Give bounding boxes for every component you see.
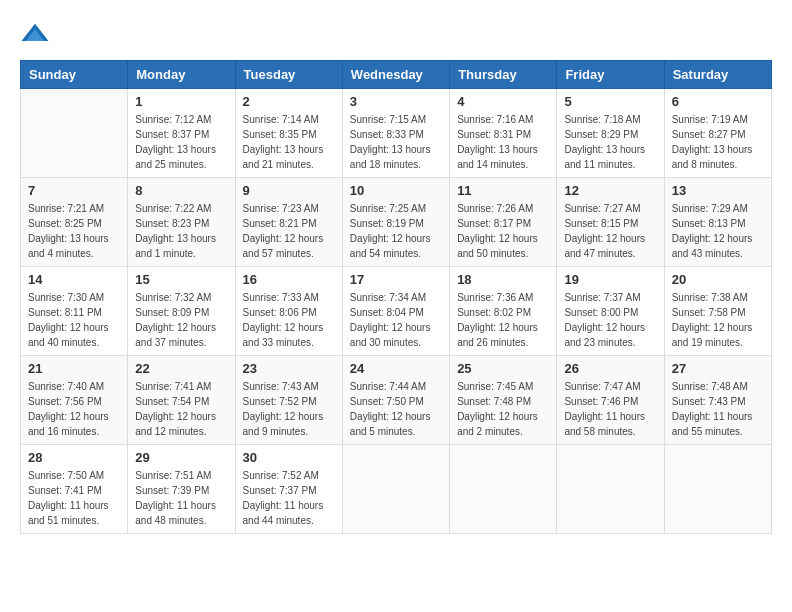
- calendar-cell: 6Sunrise: 7:19 AMSunset: 8:27 PMDaylight…: [664, 89, 771, 178]
- day-info: Sunrise: 7:30 AMSunset: 8:11 PMDaylight:…: [28, 290, 120, 350]
- day-number: 1: [135, 94, 227, 109]
- calendar-cell: 25Sunrise: 7:45 AMSunset: 7:48 PMDayligh…: [450, 356, 557, 445]
- calendar-cell: [21, 89, 128, 178]
- day-info: Sunrise: 7:26 AMSunset: 8:17 PMDaylight:…: [457, 201, 549, 261]
- day-number: 9: [243, 183, 335, 198]
- calendar-header-friday: Friday: [557, 61, 664, 89]
- calendar-cell: 22Sunrise: 7:41 AMSunset: 7:54 PMDayligh…: [128, 356, 235, 445]
- day-info: Sunrise: 7:15 AMSunset: 8:33 PMDaylight:…: [350, 112, 442, 172]
- calendar-cell: 3Sunrise: 7:15 AMSunset: 8:33 PMDaylight…: [342, 89, 449, 178]
- logo-icon: [20, 20, 50, 50]
- day-number: 27: [672, 361, 764, 376]
- page-header: [20, 20, 772, 50]
- calendar-cell: 21Sunrise: 7:40 AMSunset: 7:56 PMDayligh…: [21, 356, 128, 445]
- calendar-cell: 27Sunrise: 7:48 AMSunset: 7:43 PMDayligh…: [664, 356, 771, 445]
- day-number: 21: [28, 361, 120, 376]
- day-number: 28: [28, 450, 120, 465]
- day-info: Sunrise: 7:23 AMSunset: 8:21 PMDaylight:…: [243, 201, 335, 261]
- calendar-cell: 12Sunrise: 7:27 AMSunset: 8:15 PMDayligh…: [557, 178, 664, 267]
- calendar-cell: 19Sunrise: 7:37 AMSunset: 8:00 PMDayligh…: [557, 267, 664, 356]
- calendar-cell: 10Sunrise: 7:25 AMSunset: 8:19 PMDayligh…: [342, 178, 449, 267]
- day-number: 15: [135, 272, 227, 287]
- day-info: Sunrise: 7:33 AMSunset: 8:06 PMDaylight:…: [243, 290, 335, 350]
- calendar-week-row: 28Sunrise: 7:50 AMSunset: 7:41 PMDayligh…: [21, 445, 772, 534]
- day-number: 23: [243, 361, 335, 376]
- day-info: Sunrise: 7:47 AMSunset: 7:46 PMDaylight:…: [564, 379, 656, 439]
- calendar-week-row: 14Sunrise: 7:30 AMSunset: 8:11 PMDayligh…: [21, 267, 772, 356]
- day-number: 22: [135, 361, 227, 376]
- day-info: Sunrise: 7:29 AMSunset: 8:13 PMDaylight:…: [672, 201, 764, 261]
- calendar-cell: 29Sunrise: 7:51 AMSunset: 7:39 PMDayligh…: [128, 445, 235, 534]
- day-number: 19: [564, 272, 656, 287]
- day-number: 16: [243, 272, 335, 287]
- day-number: 6: [672, 94, 764, 109]
- day-number: 24: [350, 361, 442, 376]
- calendar-cell: 8Sunrise: 7:22 AMSunset: 8:23 PMDaylight…: [128, 178, 235, 267]
- day-info: Sunrise: 7:21 AMSunset: 8:25 PMDaylight:…: [28, 201, 120, 261]
- day-number: 10: [350, 183, 442, 198]
- calendar-cell: 15Sunrise: 7:32 AMSunset: 8:09 PMDayligh…: [128, 267, 235, 356]
- calendar-header-saturday: Saturday: [664, 61, 771, 89]
- day-info: Sunrise: 7:18 AMSunset: 8:29 PMDaylight:…: [564, 112, 656, 172]
- day-info: Sunrise: 7:50 AMSunset: 7:41 PMDaylight:…: [28, 468, 120, 528]
- day-number: 11: [457, 183, 549, 198]
- calendar-header-monday: Monday: [128, 61, 235, 89]
- day-info: Sunrise: 7:48 AMSunset: 7:43 PMDaylight:…: [672, 379, 764, 439]
- calendar-cell: [342, 445, 449, 534]
- day-number: 26: [564, 361, 656, 376]
- calendar-cell: 24Sunrise: 7:44 AMSunset: 7:50 PMDayligh…: [342, 356, 449, 445]
- calendar-cell: 1Sunrise: 7:12 AMSunset: 8:37 PMDaylight…: [128, 89, 235, 178]
- day-info: Sunrise: 7:16 AMSunset: 8:31 PMDaylight:…: [457, 112, 549, 172]
- calendar-cell: 2Sunrise: 7:14 AMSunset: 8:35 PMDaylight…: [235, 89, 342, 178]
- day-number: 17: [350, 272, 442, 287]
- day-number: 2: [243, 94, 335, 109]
- calendar-week-row: 1Sunrise: 7:12 AMSunset: 8:37 PMDaylight…: [21, 89, 772, 178]
- calendar-cell: 30Sunrise: 7:52 AMSunset: 7:37 PMDayligh…: [235, 445, 342, 534]
- calendar-cell: 5Sunrise: 7:18 AMSunset: 8:29 PMDaylight…: [557, 89, 664, 178]
- day-info: Sunrise: 7:44 AMSunset: 7:50 PMDaylight:…: [350, 379, 442, 439]
- calendar-cell: 13Sunrise: 7:29 AMSunset: 8:13 PMDayligh…: [664, 178, 771, 267]
- calendar-cell: 28Sunrise: 7:50 AMSunset: 7:41 PMDayligh…: [21, 445, 128, 534]
- calendar-cell: 23Sunrise: 7:43 AMSunset: 7:52 PMDayligh…: [235, 356, 342, 445]
- calendar-header-row: SundayMondayTuesdayWednesdayThursdayFrid…: [21, 61, 772, 89]
- calendar-week-row: 7Sunrise: 7:21 AMSunset: 8:25 PMDaylight…: [21, 178, 772, 267]
- day-number: 12: [564, 183, 656, 198]
- calendar-cell: 16Sunrise: 7:33 AMSunset: 8:06 PMDayligh…: [235, 267, 342, 356]
- day-info: Sunrise: 7:32 AMSunset: 8:09 PMDaylight:…: [135, 290, 227, 350]
- calendar-header-wednesday: Wednesday: [342, 61, 449, 89]
- day-info: Sunrise: 7:19 AMSunset: 8:27 PMDaylight:…: [672, 112, 764, 172]
- calendar-cell: 7Sunrise: 7:21 AMSunset: 8:25 PMDaylight…: [21, 178, 128, 267]
- calendar-cell: [450, 445, 557, 534]
- calendar-cell: 18Sunrise: 7:36 AMSunset: 8:02 PMDayligh…: [450, 267, 557, 356]
- day-number: 25: [457, 361, 549, 376]
- day-number: 30: [243, 450, 335, 465]
- day-number: 7: [28, 183, 120, 198]
- day-number: 4: [457, 94, 549, 109]
- day-info: Sunrise: 7:34 AMSunset: 8:04 PMDaylight:…: [350, 290, 442, 350]
- calendar-cell: 17Sunrise: 7:34 AMSunset: 8:04 PMDayligh…: [342, 267, 449, 356]
- day-number: 8: [135, 183, 227, 198]
- calendar-week-row: 21Sunrise: 7:40 AMSunset: 7:56 PMDayligh…: [21, 356, 772, 445]
- calendar-cell: [557, 445, 664, 534]
- calendar-cell: 9Sunrise: 7:23 AMSunset: 8:21 PMDaylight…: [235, 178, 342, 267]
- day-number: 5: [564, 94, 656, 109]
- calendar-header-sunday: Sunday: [21, 61, 128, 89]
- calendar-table: SundayMondayTuesdayWednesdayThursdayFrid…: [20, 60, 772, 534]
- logo: [20, 20, 54, 50]
- day-info: Sunrise: 7:27 AMSunset: 8:15 PMDaylight:…: [564, 201, 656, 261]
- day-number: 20: [672, 272, 764, 287]
- calendar-cell: 20Sunrise: 7:38 AMSunset: 7:58 PMDayligh…: [664, 267, 771, 356]
- day-info: Sunrise: 7:51 AMSunset: 7:39 PMDaylight:…: [135, 468, 227, 528]
- calendar-cell: 14Sunrise: 7:30 AMSunset: 8:11 PMDayligh…: [21, 267, 128, 356]
- day-number: 3: [350, 94, 442, 109]
- day-info: Sunrise: 7:43 AMSunset: 7:52 PMDaylight:…: [243, 379, 335, 439]
- calendar-header-tuesday: Tuesday: [235, 61, 342, 89]
- calendar-header-thursday: Thursday: [450, 61, 557, 89]
- day-number: 13: [672, 183, 764, 198]
- day-info: Sunrise: 7:12 AMSunset: 8:37 PMDaylight:…: [135, 112, 227, 172]
- calendar-cell: [664, 445, 771, 534]
- day-info: Sunrise: 7:36 AMSunset: 8:02 PMDaylight:…: [457, 290, 549, 350]
- day-info: Sunrise: 7:22 AMSunset: 8:23 PMDaylight:…: [135, 201, 227, 261]
- day-number: 29: [135, 450, 227, 465]
- day-info: Sunrise: 7:40 AMSunset: 7:56 PMDaylight:…: [28, 379, 120, 439]
